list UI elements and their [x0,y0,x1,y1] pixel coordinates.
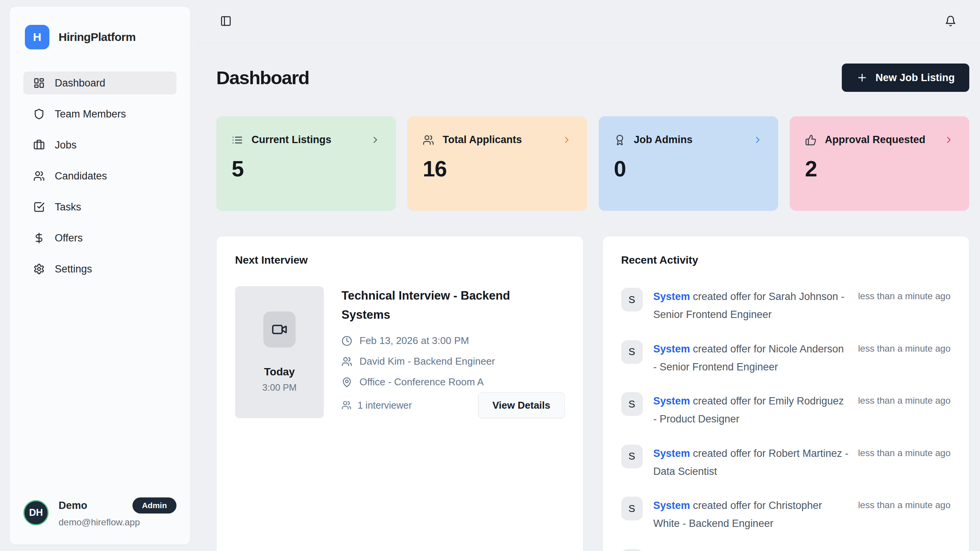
brand: H HiringPlatform [10,7,190,49]
users-icon [423,134,434,146]
stat-value: 16 [423,156,572,181]
activity-row: S System created offer for Emily Rodrigu… [621,392,951,429]
activity-text: System created offer for Robert Martinez… [653,445,849,481]
activity-avatar: S [621,497,643,520]
activity-timestamp: less than a minute ago [858,340,951,377]
sidebar-nav-item[interactable]: Jobs [23,134,176,156]
user-email: demo@hireflow.app [59,517,176,528]
sidebar-nav-item-label: Team Members [55,108,126,120]
check-square-icon [33,201,45,213]
activity-text: System created offer for Sarah Johnson -… [653,288,849,324]
sidebar-nav-item[interactable]: Offers [23,227,176,249]
interview-meta-row: Feb 13, 2026 at 3:00 PM [341,335,565,347]
interview-day: Today [264,366,295,378]
interview-date-tile: Today 3:00 PM [235,286,324,418]
sidebar-nav-item-label: Offers [55,232,83,244]
activity-avatar: S [621,549,643,551]
activity-actor-link[interactable]: System [653,448,690,459]
chevron-right-icon [944,135,954,145]
brand-logo-letter: H [33,31,41,44]
activity-avatar: S [621,392,643,416]
activity-timestamp: less than a minute ago [858,392,951,429]
activity-avatar: S [621,445,643,468]
interview-details: Technical Interview - Backend Systems Fe… [341,286,565,418]
activity-actor-link[interactable]: System [653,500,690,511]
plus-icon [856,72,868,83]
sidebar-nav: Dashboard Team Members Jobs Candidates T… [10,72,190,280]
recent-activity-panel: Recent Activity S System created offer f… [603,236,970,551]
stat-card[interactable]: Total Applicants 16 [407,116,587,211]
activity-actor-link[interactable]: System [653,291,690,302]
next-interview-title: Next Interview [235,254,565,266]
interviewer-count: 1 interviewer [341,400,412,411]
activity-timestamp: less than a minute ago [858,497,951,533]
chevron-right-icon [370,135,381,145]
activity-actor-link[interactable]: System [653,395,690,407]
next-interview-panel: Next Interview Today 3:00 PM Technical I… [216,236,583,551]
stat-label: Total Applicants [443,134,522,146]
stat-card[interactable]: Current Listings 5 [216,116,396,211]
stats-row: Current Listings 5 Total Applicants 16 J… [216,116,969,211]
lower-cards-row: Next Interview Today 3:00 PM Technical I… [216,236,969,551]
activity-timestamp: less than a minute ago [858,288,951,324]
clock-icon [341,336,352,346]
activity-row: S System created offer for Christopher W… [621,497,951,533]
activity-actor-link[interactable]: System [653,343,690,355]
main-content: Dashboard New Job Listing Current Listin… [196,44,980,551]
user-info: Demo Admin demo@hireflow.app [59,497,176,528]
activity-avatar: S [621,288,643,311]
activity-avatar: S [621,340,643,364]
activity-row: S System created offer for Robert Martin… [621,445,951,481]
activity-list: S System created offer for Sarah Johnson… [621,288,951,551]
sidebar-nav-item-label: Tasks [55,201,81,213]
thumbs-up-icon [805,134,817,146]
role-badge: Admin [132,497,176,514]
page-title: Dashboard [216,67,309,88]
new-job-listing-button[interactable]: New Job Listing [842,64,969,92]
topbar [196,0,980,43]
interview-footer: 1 interviewer View Details [341,392,565,418]
view-details-button[interactable]: View Details [478,392,564,418]
sidebar-nav-item[interactable]: Dashboard [23,72,176,95]
briefcase-icon [33,139,45,151]
recent-activity-title: Recent Activity [621,254,951,266]
dollar-sign-icon [33,232,45,244]
users-icon [341,400,351,410]
sidebar-nav-item[interactable]: Team Members [23,103,176,126]
stat-value: 2 [805,156,954,181]
stat-label: Job Admins [634,134,693,146]
sidebar-toggle-button[interactable] [220,15,232,28]
sidebar-nav-item[interactable]: Tasks [23,196,176,218]
gear-icon [33,263,45,275]
stat-label: Current Listings [252,134,332,146]
activity-text: System created offer for Emily Rodriguez… [653,392,849,429]
new-job-listing-label: New Job Listing [875,72,955,84]
notifications-button[interactable] [945,15,956,28]
interview-meta-list: Feb 13, 2026 at 3:00 PM David Kim - Back… [341,335,565,388]
dashboard-grid-icon [33,77,45,89]
sidebar-nav-item-label: Candidates [55,170,107,182]
map-pin-icon [341,377,352,388]
brand-logo: H [25,25,49,49]
video-icon [263,311,296,347]
interview-card: Today 3:00 PM Technical Interview - Back… [235,286,565,418]
activity-row: S System created offer for Kevin Patel -… [621,549,951,551]
stat-value: 5 [232,156,381,181]
shield-icon [33,108,45,120]
user-profile[interactable]: DH Demo Admin demo@hireflow.app [23,497,176,528]
chevron-right-icon [753,135,763,145]
stat-card[interactable]: Job Admins 0 [599,116,778,211]
sidebar-nav-item[interactable]: Candidates [23,165,176,187]
sidebar-nav-item-label: Dashboard [55,77,105,89]
stat-card[interactable]: Approval Requested 2 [790,116,969,211]
panel-left-icon [220,15,232,27]
chevron-right-icon [562,135,572,145]
activity-row: S System created offer for Sarah Johnson… [621,288,951,324]
interviewer-count-label: 1 interviewer [358,400,412,411]
interview-meta-text: David Kim - Backend Engineer [359,355,495,367]
brand-name: HiringPlatform [59,31,136,44]
sidebar-nav-item[interactable]: Settings [23,258,176,280]
users-icon [341,356,352,367]
sidebar-nav-item-label: Jobs [55,139,77,151]
interview-meta-text: Feb 13, 2026 at 3:00 PM [359,335,469,347]
